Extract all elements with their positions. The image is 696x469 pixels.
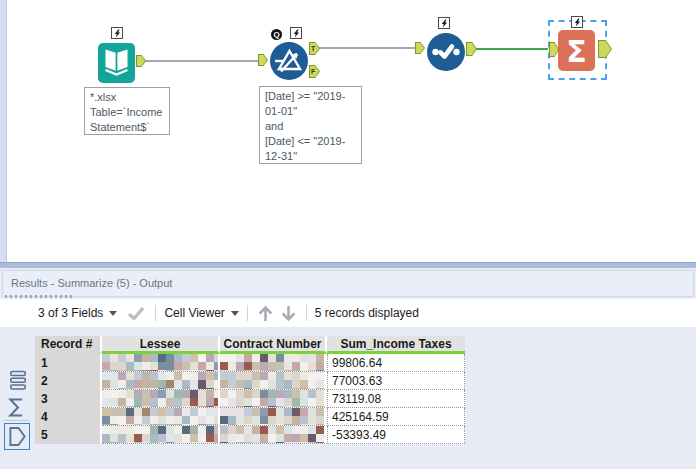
filter-input-anchor[interactable] bbox=[258, 54, 268, 66]
record-number-cell: 1 bbox=[35, 354, 102, 372]
records-displayed-status: 5 records displayed bbox=[315, 306, 419, 320]
record-number-cell: 4 bbox=[35, 408, 102, 426]
lessee-cell-redacted bbox=[102, 426, 220, 444]
select-output-anchor[interactable] bbox=[466, 42, 477, 56]
chevron-down-icon bbox=[109, 311, 117, 316]
cell-viewer-selector[interactable]: Cell Viewer bbox=[164, 306, 238, 320]
input-anchor-view-icon[interactable] bbox=[8, 397, 25, 418]
select-check-icon bbox=[427, 33, 465, 71]
lightning-badge-icon bbox=[438, 17, 450, 29]
results-table-body: 199806.64277003.63373119.084425164.595-5… bbox=[35, 354, 465, 444]
filter-false-anchor[interactable]: F bbox=[309, 65, 320, 78]
lightning-badge-icon bbox=[571, 16, 583, 28]
table-row[interactable]: 4425164.59 bbox=[35, 408, 465, 426]
workflow-canvas[interactable]: *.xlsx Table=`Income Statement$` Q T F [… bbox=[0, 0, 696, 262]
results-toolbar: 3 of 3 Fields Cell Viewer bbox=[0, 299, 696, 327]
apply-check-icon[interactable] bbox=[127, 306, 145, 320]
col-header-lessee[interactable]: Lessee bbox=[102, 336, 220, 354]
lightning-badge-icon bbox=[290, 27, 302, 39]
input-data-tool[interactable] bbox=[98, 43, 135, 83]
lessee-cell-redacted bbox=[102, 372, 220, 390]
lessee-cell-redacted bbox=[102, 354, 220, 372]
col-header-record[interactable]: Record # bbox=[35, 336, 102, 354]
connection-select-to-summarize[interactable] bbox=[476, 48, 550, 50]
lessee-cell-redacted bbox=[102, 408, 220, 426]
cell-viewer-label: Cell Viewer bbox=[164, 306, 224, 320]
q-badge-icon: Q bbox=[271, 29, 282, 40]
table-row[interactable]: 373119.08 bbox=[35, 390, 465, 408]
sum-income-taxes-cell: 99806.64 bbox=[327, 354, 465, 372]
toolbar-divider bbox=[247, 305, 248, 321]
connection-filter-true-to-select[interactable] bbox=[319, 47, 418, 49]
sigma-icon: Σ bbox=[558, 30, 595, 71]
fields-selector-label: 3 of 3 Fields bbox=[38, 306, 103, 320]
col-header-sum[interactable]: Sum_Income Taxes bbox=[327, 336, 465, 354]
fields-selector[interactable]: 3 of 3 Fields bbox=[38, 306, 117, 320]
canvas-left-edge bbox=[0, 0, 7, 262]
metadata-view-icon[interactable] bbox=[9, 369, 27, 392]
results-sidebar bbox=[0, 327, 33, 469]
lightning-badge-icon bbox=[111, 27, 123, 39]
contract-number-cell-redacted bbox=[220, 354, 327, 372]
summarize-input-anchor[interactable] bbox=[549, 42, 559, 57]
lessee-cell-redacted bbox=[102, 390, 220, 408]
col-header-contract[interactable]: Contract Number bbox=[220, 336, 327, 354]
sidebar-divider bbox=[3, 420, 29, 421]
summarize-output-anchor[interactable] bbox=[598, 40, 612, 58]
contract-number-cell-redacted bbox=[220, 390, 327, 408]
table-row[interactable]: 5-53393.49 bbox=[35, 426, 465, 444]
svg-text:Σ: Σ bbox=[566, 34, 587, 69]
contract-number-cell-redacted bbox=[220, 372, 327, 390]
filter-tool-annotation[interactable]: [Date] >= "2019- 01-01" and [Date] <= "2… bbox=[259, 86, 362, 164]
sum-income-taxes-cell: 73119.08 bbox=[327, 390, 465, 408]
select-tool[interactable] bbox=[427, 33, 465, 71]
table-row[interactable]: 277003.63 bbox=[35, 372, 465, 390]
results-panel-title: Results - Summarize (5) - Output bbox=[2, 270, 694, 297]
toolbar-divider bbox=[306, 305, 307, 321]
toolbar-divider bbox=[155, 305, 156, 321]
connection-input-to-filter[interactable] bbox=[145, 60, 261, 62]
arrow-up-icon[interactable] bbox=[258, 305, 273, 322]
results-panel: Results - Summarize (5) - Output 3 of 3 … bbox=[0, 268, 696, 469]
filter-funnel-icon bbox=[270, 42, 308, 80]
output-anchor-icon bbox=[8, 426, 27, 447]
filter-tool[interactable] bbox=[270, 42, 308, 80]
sum-income-taxes-cell: 425164.59 bbox=[327, 408, 465, 426]
toolbar-grip-handle[interactable] bbox=[5, 295, 73, 298]
summarize-tool[interactable]: Σ bbox=[558, 30, 595, 71]
record-number-cell: 2 bbox=[35, 372, 102, 390]
table-header-row: Record # Lessee Contract Number Sum_Inco… bbox=[35, 336, 465, 354]
output-anchor-view-selected[interactable] bbox=[4, 423, 30, 450]
table-row[interactable]: 199806.64 bbox=[35, 354, 465, 372]
input-tool-annotation[interactable]: *.xlsx Table=`Income Statement$` bbox=[84, 87, 170, 135]
alteryx-designer-window: *.xlsx Table=`Income Statement$` Q T F [… bbox=[0, 0, 696, 469]
arrow-down-icon[interactable] bbox=[281, 305, 296, 322]
record-number-cell: 5 bbox=[35, 426, 102, 444]
select-input-anchor[interactable] bbox=[415, 42, 425, 54]
sum-income-taxes-cell: -53393.49 bbox=[327, 426, 465, 444]
open-book-icon bbox=[98, 43, 135, 83]
chevron-down-icon bbox=[231, 311, 239, 316]
record-number-cell: 3 bbox=[35, 390, 102, 408]
sum-income-taxes-cell: 77003.63 bbox=[327, 372, 465, 390]
input-output-anchor[interactable] bbox=[136, 55, 146, 67]
contract-number-cell-redacted bbox=[220, 426, 327, 444]
filter-true-anchor[interactable]: T bbox=[309, 42, 320, 55]
contract-number-cell-redacted bbox=[220, 408, 327, 426]
results-table[interactable]: Record # Lessee Contract Number Sum_Inco… bbox=[35, 336, 465, 444]
